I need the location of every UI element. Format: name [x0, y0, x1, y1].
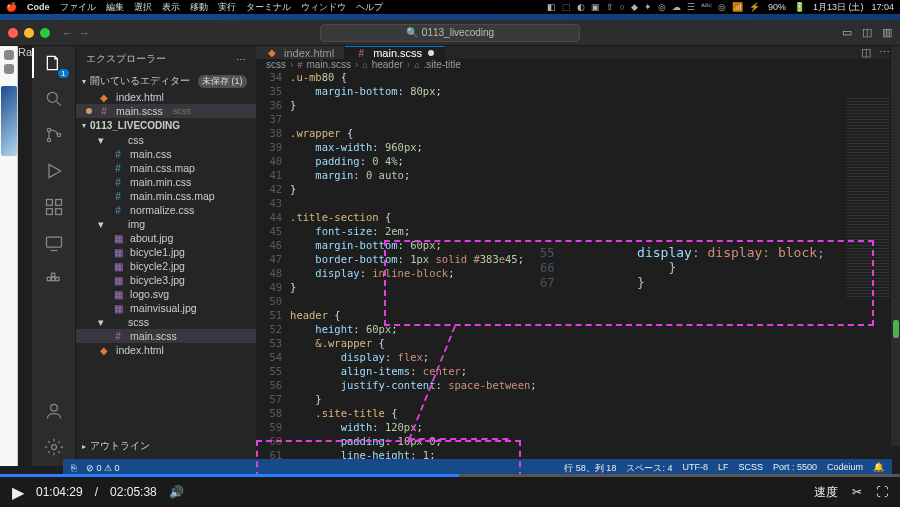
file-item[interactable]: ▦logo.svg [76, 287, 256, 301]
remote-icon[interactable] [43, 232, 65, 254]
file-item[interactable]: #main.min.css.map [76, 189, 256, 203]
crumb[interactable]: scss [266, 59, 286, 70]
layout-sidebar-icon[interactable]: ◫ [862, 26, 872, 39]
file-item[interactable]: ◆index.html [76, 343, 256, 357]
file-item[interactable]: #main.min.css [76, 175, 256, 189]
peek-text: Ra [18, 46, 32, 466]
html-file-icon: ◆ [98, 91, 110, 103]
chevron-down-icon: ▾ [82, 121, 86, 130]
outline-section[interactable]: ▸ アウトライン [76, 437, 256, 455]
file-item[interactable]: ▦bicycle1.jpg [76, 245, 256, 259]
window-controls[interactable] [0, 28, 50, 38]
menu-item[interactable]: ファイル [60, 1, 96, 14]
remote-indicator-icon[interactable]: ⎘ [71, 463, 76, 473]
cursor-position[interactable]: 行 58、列 18 [564, 462, 616, 475]
play-button[interactable]: ▶ [12, 483, 24, 502]
crumb[interactable]: header [372, 59, 403, 70]
nav-back-icon[interactable]: ← [62, 27, 73, 39]
image-file-icon: ▦ [112, 232, 124, 244]
minimize-icon[interactable] [24, 28, 34, 38]
menu-item[interactable]: 選択 [134, 1, 152, 14]
tab-index-html[interactable]: ◆ index.html [256, 46, 345, 59]
image-file-icon: ▦ [112, 260, 124, 272]
notifications-icon[interactable]: 🔔 [873, 462, 884, 475]
codeium-status[interactable]: Codeium [827, 462, 863, 475]
status-item[interactable]: ⊘ 0 ⚠ 0 [86, 463, 120, 473]
menu-item[interactable]: 表示 [162, 1, 180, 14]
svg-point-1 [47, 128, 50, 131]
settings-gear-icon[interactable] [43, 436, 65, 458]
search-text: 0113_livecoding [422, 27, 494, 38]
more-icon[interactable]: ⋯ [236, 54, 246, 65]
speed-button[interactable]: 速度 [814, 484, 838, 501]
extensions-icon[interactable] [43, 196, 65, 218]
folder-item[interactable]: ▾ img [76, 217, 256, 231]
svg-rect-11 [55, 277, 58, 280]
fullscreen-icon[interactable]: ⛶ [876, 485, 888, 499]
file-name: main.scss [130, 330, 177, 342]
nav-forward-icon[interactable]: → [79, 27, 90, 39]
search-icon[interactable] [43, 88, 65, 110]
right-window-edge [890, 46, 900, 446]
file-name: bicycle2.jpg [130, 260, 185, 272]
close-icon[interactable] [8, 28, 18, 38]
encoding[interactable]: UTF-8 [682, 462, 708, 475]
file-item[interactable]: #main.scss [76, 329, 256, 343]
zoom-icon[interactable] [40, 28, 50, 38]
run-debug-icon[interactable] [43, 160, 65, 182]
folder-item[interactable]: ▾ scss [76, 315, 256, 329]
browser-tab-icon[interactable] [4, 64, 14, 74]
eol[interactable]: LF [718, 462, 729, 475]
command-center[interactable]: 🔍 0113_livecoding [320, 24, 580, 42]
folder-name: img [128, 218, 145, 230]
volume-icon[interactable]: 🔊 [169, 485, 184, 499]
svg-rect-7 [55, 209, 61, 215]
folder-icon [110, 218, 122, 230]
breadcrumb[interactable]: scss› #main.scss› ⌂header› ⌂.site-title [256, 59, 900, 70]
live-server-port[interactable]: Port : 5500 [773, 462, 817, 475]
account-icon[interactable] [43, 400, 65, 422]
workspace-name: 0113_LIVECODING [90, 120, 180, 131]
svg-rect-4 [46, 200, 52, 206]
folder-icon [110, 134, 122, 146]
workspace-section[interactable]: ▾ 0113_LIVECODING [76, 118, 256, 133]
language-mode[interactable]: SCSS [738, 462, 763, 475]
file-item[interactable]: #normalize.css [76, 203, 256, 217]
file-name: normalize.css [130, 204, 194, 216]
menu-item[interactable]: 編集 [106, 1, 124, 14]
window-behind-preview [1, 86, 17, 156]
file-item[interactable]: ▦mainvisual.jpg [76, 301, 256, 315]
time-current: 01:04:29 [36, 485, 83, 499]
indentation[interactable]: スペース: 4 [626, 462, 672, 475]
crumb[interactable]: main.scss [306, 59, 350, 70]
apple-icon: 🍎 [6, 2, 17, 12]
docker-icon[interactable] [43, 268, 65, 290]
menu-item[interactable]: ターミナル [246, 1, 291, 14]
svg-rect-6 [46, 209, 52, 215]
clip-icon[interactable]: ✂ [852, 485, 862, 499]
file-item[interactable]: #main.css.map [76, 161, 256, 175]
file-item[interactable]: ▦bicycle2.jpg [76, 259, 256, 273]
source-control-icon[interactable] [43, 124, 65, 146]
split-editor-icon[interactable]: ◫ [861, 46, 871, 59]
layout-customize-icon[interactable]: ▥ [882, 26, 892, 39]
open-editor-item[interactable]: # main.scss scss [76, 104, 256, 118]
menu-item[interactable]: 実行 [218, 1, 236, 14]
menu-item[interactable]: 移動 [190, 1, 208, 14]
open-editor-item[interactable]: ◆ index.html [76, 90, 256, 104]
folder-item[interactable]: ▾ css [76, 133, 256, 147]
menu-item[interactable]: ウィンドウ [301, 1, 346, 14]
svg-point-13 [50, 404, 57, 411]
menu-item[interactable]: ヘルプ [356, 1, 383, 14]
file-item[interactable]: ▦about.jpg [76, 231, 256, 245]
layout-panel-icon[interactable]: ▭ [842, 26, 852, 39]
crumb[interactable]: .site-title [424, 59, 461, 70]
more-icon[interactable]: ⋯ [879, 46, 890, 59]
browser-tab-icon[interactable] [4, 50, 14, 60]
file-item[interactable]: ▦bicycle3.jpg [76, 273, 256, 287]
file-name: index.html [116, 91, 164, 103]
file-item[interactable]: #main.css [76, 147, 256, 161]
tab-main-scss[interactable]: # main.scss [345, 46, 445, 59]
explorer-icon[interactable]: 1 [43, 52, 65, 74]
open-editors-section[interactable]: ▾ 開いているエディター 未保存 (1) [76, 72, 256, 90]
